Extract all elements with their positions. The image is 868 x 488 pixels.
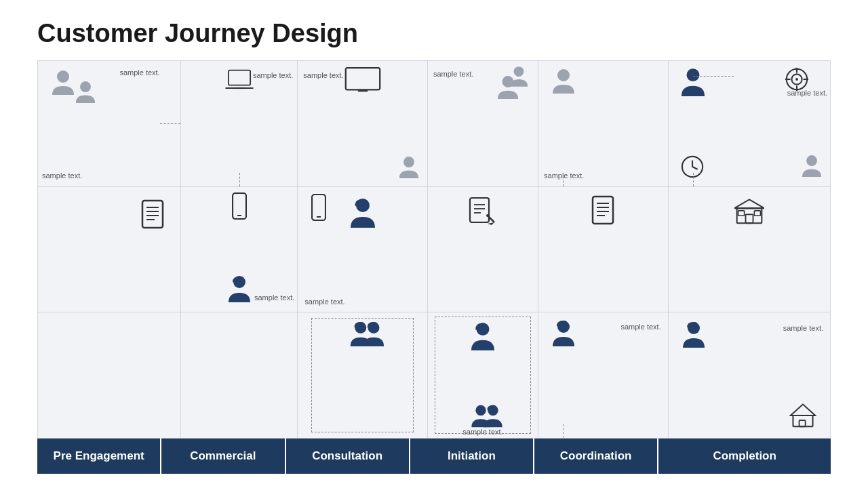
svg-marker-29 [488, 222, 494, 225]
svg-marker-60 [791, 405, 815, 415]
svg-point-30 [486, 214, 489, 217]
coord-row3-text: sample text. [620, 322, 660, 331]
init-row3: sample text. [428, 312, 538, 438]
svg-point-0 [57, 70, 69, 83]
svg-point-23 [502, 76, 514, 87]
cons-row2: sample text. [298, 187, 427, 313]
coord-row1-text: sample text. [544, 171, 584, 180]
document-icon [140, 199, 165, 229]
stage-initiation: sample text. [428, 60, 538, 439]
comp-row3-text: sample text. [783, 323, 823, 333]
person-gray-small-icon [75, 80, 96, 104]
svg-rect-24 [470, 198, 489, 222]
comm-row3 [181, 312, 298, 438]
svg-point-16 [403, 157, 414, 167]
person-gray-comp1-icon [802, 154, 822, 178]
coord-row3: sample text. [538, 312, 668, 438]
pre-row1-text1: sample text. [42, 171, 82, 180]
cons-row1: sample text. [298, 61, 427, 187]
label-initiation: Initiation [410, 439, 534, 474]
comm-row2-text: sample text. [254, 293, 294, 302]
comm-row1-text: sample text. [253, 70, 293, 80]
person-blue-comp1-icon [681, 68, 705, 98]
clock-icon [681, 155, 704, 178]
pre-row3 [38, 312, 180, 438]
svg-rect-35 [593, 197, 613, 224]
stage-pre-engagement: sample text. sample text. [37, 60, 181, 439]
store-icon [734, 195, 764, 225]
label-coordination: Coordination [534, 439, 658, 474]
svg-point-34 [557, 69, 570, 81]
main-content: sample text. sample text. [0, 60, 868, 474]
comp-row2 [669, 187, 830, 313]
init-row1: sample text. [428, 61, 538, 187]
pre-row1-text2: sample text. [119, 68, 159, 77]
person-blue-comm-icon [228, 275, 251, 304]
stage-consultation: sample text. [298, 60, 428, 439]
person-gray-icon [52, 69, 75, 96]
svg-point-41 [686, 68, 699, 81]
svg-rect-61 [793, 415, 812, 426]
svg-marker-54 [734, 199, 764, 208]
stage-coordination: sample text. [538, 60, 669, 439]
svg-point-49 [806, 155, 817, 166]
svg-rect-62 [800, 420, 806, 426]
document-coord-icon [589, 195, 616, 225]
house-icon [789, 401, 816, 428]
phone-cons-icon [311, 194, 326, 221]
svg-rect-56 [738, 211, 744, 216]
person-blue-coord3-icon [552, 319, 575, 348]
diagram-area: sample text. sample text. [0, 60, 868, 439]
bottom-bar: Pre Engagement Commercial Consultation I… [37, 439, 831, 474]
label-completion: Completion [658, 439, 831, 474]
phone-icon [232, 192, 247, 220]
stage-commercial: sample text. [181, 60, 298, 439]
svg-rect-2 [142, 201, 163, 228]
cons-row3 [298, 312, 427, 438]
svg-rect-7 [228, 70, 250, 85]
document-pen-icon [469, 197, 497, 226]
init-row2 [428, 187, 538, 313]
person-blue-init3d-icon [483, 404, 503, 428]
pre-row1: sample text. sample text. [38, 61, 180, 187]
label-commercial: Commercial [161, 439, 285, 474]
comm-row2: sample text. [181, 187, 298, 313]
label-consultation: Consultation [286, 439, 410, 474]
svg-point-44 [795, 78, 798, 81]
coord-row2 [538, 187, 668, 313]
person-blue-comp3-icon [682, 321, 705, 349]
svg-point-1 [80, 81, 91, 92]
svg-line-52 [692, 167, 698, 169]
svg-rect-13 [345, 68, 379, 89]
laptop-icon [224, 68, 254, 94]
comm-row1: sample text. [181, 61, 298, 187]
svg-rect-55 [745, 214, 753, 223]
monitor-icon [344, 66, 381, 94]
cons-row1-text: sample text. [303, 70, 343, 80]
init-row3-text: sample text. [462, 427, 502, 436]
stage-completion: sample text. [669, 60, 831, 439]
svg-rect-57 [754, 211, 760, 216]
coord-row1: sample text. [538, 61, 668, 187]
comp-row3: sample text. [669, 312, 830, 438]
person-gray-coord1-icon [552, 68, 575, 95]
label-pre-engagement: Pre Engagement [37, 439, 161, 474]
person-blue-cons-icon [350, 198, 376, 229]
init-row1-text: sample text. [433, 69, 473, 79]
person-gray-cons-icon [399, 155, 419, 180]
comp-row1: sample text. [669, 61, 830, 187]
cons-row2-text: sample text. [304, 297, 344, 306]
comp-row1-text: sample text. [787, 88, 827, 98]
pre-row2 [38, 187, 180, 313]
page-title: Customer Journey Design [0, 0, 868, 60]
person-gray-init1b-icon [497, 75, 519, 100]
